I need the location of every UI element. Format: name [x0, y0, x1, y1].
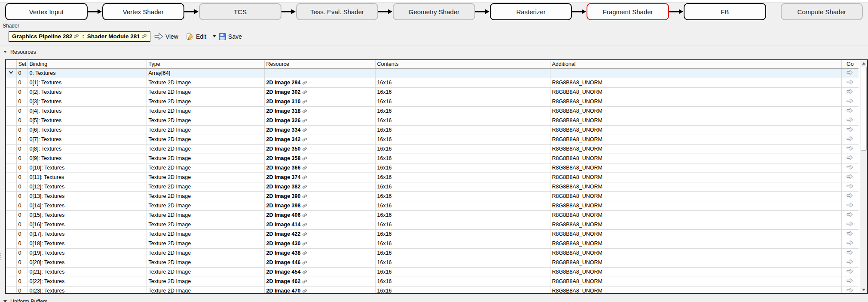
stage-button-vertex-input[interactable]: Vertex Input	[5, 3, 88, 20]
go-button[interactable]	[841, 87, 859, 97]
stage-button-compute-shader[interactable]: Compute Shader	[781, 3, 863, 20]
resource-array-row[interactable]: 00: TexturesArray[64]	[6, 68, 859, 78]
resource-row[interactable]: 00[13]: TexturesTexture 2D Image2D Image…	[6, 191, 859, 201]
cell-resource[interactable]: 2D Image 342	[264, 135, 375, 144]
resource-row[interactable]: 00[11]: TexturesTexture 2D Image2D Image…	[6, 173, 859, 182]
stage-button-fragment-shader[interactable]: Fragment Shader	[587, 3, 669, 20]
column-header-resource[interactable]: Resource	[264, 60, 375, 68]
column-header-binding[interactable]: Binding	[28, 60, 147, 68]
resource-row[interactable]: 00[5]: TexturesTexture 2D Image2D Image …	[6, 116, 859, 125]
stage-button-fb[interactable]: FB	[684, 3, 766, 20]
go-button[interactable]	[841, 125, 859, 135]
go-button[interactable]	[841, 258, 859, 267]
go-button[interactable]	[841, 135, 859, 144]
column-header-go[interactable]: Go	[841, 60, 859, 68]
cell-resource[interactable]: 2D Image 422	[264, 229, 375, 239]
edit-button[interactable]: Edit	[186, 33, 206, 40]
go-button[interactable]	[841, 116, 859, 125]
cell-resource[interactable]: 2D Image 310	[264, 97, 375, 106]
cell-resource[interactable]: 2D Image 294	[264, 78, 375, 87]
cell-resource[interactable]: 2D Image 358	[264, 154, 375, 163]
cell-resource[interactable]: 2D Image 326	[264, 116, 375, 125]
resource-row[interactable]: 00[8]: TexturesTexture 2D Image2D Image …	[6, 144, 859, 154]
column-header-additional[interactable]: Additional	[550, 60, 841, 68]
scrollbar-up-arrow[interactable]	[860, 60, 867, 67]
resource-row[interactable]: 00[20]: TexturesTexture 2D Image2D Image…	[6, 258, 859, 267]
resource-row[interactable]: 00[15]: TexturesTexture 2D Image2D Image…	[6, 210, 859, 220]
go-button[interactable]	[841, 229, 859, 239]
go-button[interactable]	[841, 97, 859, 106]
go-button[interactable]	[841, 201, 859, 210]
go-button[interactable]	[841, 106, 859, 116]
column-header-contents[interactable]: Contents	[375, 60, 550, 68]
resources-section-header[interactable]: Resources	[3, 48, 868, 55]
scrollbar-down-arrow[interactable]	[860, 287, 867, 293]
cell-resource[interactable]: 2D Image 406	[264, 210, 375, 220]
cell-resource[interactable]: 2D Image 302	[264, 87, 375, 97]
cell-resource[interactable]: 2D Image 470	[264, 286, 375, 293]
scrollbar-track[interactable]	[860, 67, 867, 287]
cell-resource[interactable]: 2D Image 454	[264, 267, 375, 277]
cell-resource[interactable]: 2D Image 446	[264, 258, 375, 267]
resource-row[interactable]: 00[9]: TexturesTexture 2D Image2D Image …	[6, 154, 859, 163]
cell-resource[interactable]: 2D Image 414	[264, 220, 375, 229]
column-header-set[interactable]: Set	[16, 60, 28, 68]
go-button[interactable]	[841, 68, 859, 78]
resource-row[interactable]: 00[2]: TexturesTexture 2D Image2D Image …	[6, 87, 859, 97]
cell-resource[interactable]: 2D Image 438	[264, 248, 375, 258]
go-button[interactable]	[841, 286, 859, 293]
resource-row[interactable]: 00[14]: TexturesTexture 2D Image2D Image…	[6, 201, 859, 210]
cell-resource[interactable]: 2D Image 318	[264, 106, 375, 116]
go-button[interactable]	[841, 144, 859, 154]
resource-row[interactable]: 00[16]: TexturesTexture 2D Image2D Image…	[6, 220, 859, 229]
go-button[interactable]	[841, 277, 859, 286]
go-button[interactable]	[841, 267, 859, 277]
go-button[interactable]	[841, 154, 859, 163]
resource-row[interactable]: 00[12]: TexturesTexture 2D Image2D Image…	[6, 182, 859, 191]
go-button[interactable]	[841, 239, 859, 248]
resource-row[interactable]: 00[7]: TexturesTexture 2D Image2D Image …	[6, 135, 859, 144]
save-button[interactable]: Save	[219, 33, 242, 40]
go-button[interactable]	[841, 220, 859, 229]
resource-row[interactable]: 00[17]: TexturesTexture 2D Image2D Image…	[6, 229, 859, 239]
vertical-scrollbar[interactable]	[860, 60, 867, 293]
resource-row[interactable]: 00[18]: TexturesTexture 2D Image2D Image…	[6, 239, 859, 248]
stage-button-tess-eval-shader[interactable]: Tess. Eval. Shader	[296, 3, 379, 20]
scrollbar-thumb[interactable]	[861, 67, 867, 151]
cell-resource[interactable]: 2D Image 462	[264, 277, 375, 286]
resource-row[interactable]: 00[10]: TexturesTexture 2D Image2D Image…	[6, 163, 859, 173]
resource-row[interactable]: 00[4]: TexturesTexture 2D Image2D Image …	[6, 106, 859, 116]
go-button[interactable]	[841, 78, 859, 87]
view-button[interactable]: View	[154, 33, 178, 40]
resource-row[interactable]: 00[21]: TexturesTexture 2D Image2D Image…	[6, 267, 859, 277]
edit-dropdown-caret[interactable]	[213, 35, 216, 37]
go-button[interactable]	[841, 248, 859, 258]
uniform-buffers-section-header[interactable]: Uniform Buffers	[3, 298, 868, 302]
cell-resource[interactable]: 2D Image 398	[264, 201, 375, 210]
stage-button-rasterizer[interactable]: Rasterizer	[490, 3, 572, 20]
cell-resource[interactable]: 2D Image 334	[264, 125, 375, 135]
resource-row[interactable]: 00[1]: TexturesTexture 2D Image2D Image …	[6, 78, 859, 87]
shader-resource-link[interactable]: Graphics Pipeline 282 : Shader Module 28…	[9, 31, 150, 42]
go-button[interactable]	[841, 191, 859, 201]
column-header-expand[interactable]	[6, 60, 16, 68]
go-button[interactable]	[841, 163, 859, 173]
column-header-type[interactable]: Type	[147, 60, 264, 68]
cell-resource[interactable]: 2D Image 390	[264, 191, 375, 201]
cell-resource[interactable]: 2D Image 374	[264, 173, 375, 182]
cell-resource[interactable]: 2D Image 366	[264, 163, 375, 173]
panel-splitter-handle[interactable]	[0, 253, 1, 260]
resource-row[interactable]: 00[6]: TexturesTexture 2D Image2D Image …	[6, 125, 859, 135]
stage-button-tcs[interactable]: TCS	[199, 3, 281, 20]
stage-button-vertex-shader[interactable]: Vertex Shader	[102, 3, 185, 20]
cell-resource[interactable]: 2D Image 382	[264, 182, 375, 191]
row-expand-toggle[interactable]	[6, 68, 16, 78]
resource-row[interactable]: 00[3]: TexturesTexture 2D Image2D Image …	[6, 97, 859, 106]
stage-button-geometry-shader[interactable]: Geometry Shader	[393, 3, 475, 20]
resource-row[interactable]: 00[22]: TexturesTexture 2D Image2D Image…	[6, 277, 859, 286]
go-button[interactable]	[841, 210, 859, 220]
cell-resource[interactable]: 2D Image 350	[264, 144, 375, 154]
resource-row[interactable]: 00[19]: TexturesTexture 2D Image2D Image…	[6, 248, 859, 258]
resource-row[interactable]: 00[23]: TexturesTexture 2D Image2D Image…	[6, 286, 859, 293]
go-button[interactable]	[841, 182, 859, 191]
